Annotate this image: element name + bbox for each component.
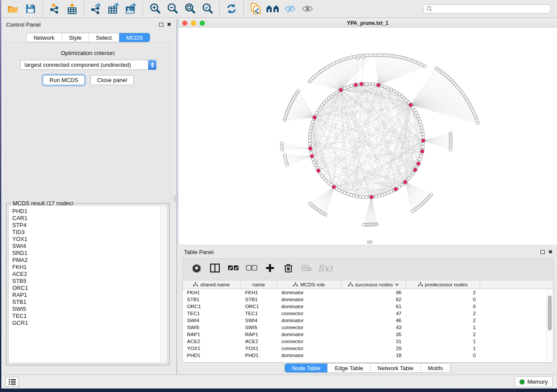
ring-node[interactable] bbox=[365, 196, 368, 199]
ring-node[interactable] bbox=[309, 130, 312, 133]
delete-column-button[interactable] bbox=[282, 261, 294, 275]
mcds-hub-node[interactable] bbox=[339, 88, 343, 92]
table-tab-network-table[interactable]: Network Table bbox=[370, 364, 421, 372]
function-builder-button[interactable]: f(x) bbox=[319, 261, 331, 275]
ring-node[interactable] bbox=[390, 190, 393, 193]
table-row[interactable]: TEC1TEC1connector472 bbox=[183, 310, 553, 317]
delete-table-button[interactable] bbox=[301, 261, 313, 275]
leaf-node[interactable] bbox=[423, 65, 426, 68]
first-neighbors-button[interactable] bbox=[266, 2, 280, 16]
tab-select[interactable]: Select bbox=[89, 33, 119, 42]
deselect-all-columns-button[interactable] bbox=[246, 261, 258, 275]
leaf-node[interactable] bbox=[449, 148, 452, 151]
table-tab-motifs[interactable]: Motifs bbox=[421, 364, 450, 372]
leaf-node[interactable] bbox=[280, 142, 284, 145]
zoom-out-button[interactable] bbox=[165, 2, 180, 16]
clone-network-button[interactable] bbox=[248, 2, 263, 16]
table-row[interactable]: YOX1YOX1connector291 bbox=[183, 345, 553, 352]
leaf-node[interactable] bbox=[280, 148, 284, 151]
ring-node[interactable] bbox=[374, 195, 377, 198]
leaf-node[interactable] bbox=[362, 56, 365, 59]
mcds-hub-node[interactable] bbox=[360, 82, 363, 86]
tab-style[interactable]: Style bbox=[62, 33, 89, 42]
leaf-node[interactable] bbox=[280, 145, 284, 148]
ring-node[interactable] bbox=[349, 84, 352, 87]
export-image-button[interactable] bbox=[124, 2, 138, 16]
mcds-hub-node[interactable] bbox=[316, 169, 320, 173]
ring-node[interactable] bbox=[308, 136, 311, 139]
zoom-selected-button[interactable] bbox=[200, 2, 215, 16]
ring-node[interactable] bbox=[371, 83, 374, 86]
leaf-node[interactable] bbox=[476, 121, 479, 124]
ring-node[interactable] bbox=[418, 117, 421, 120]
ring-node[interactable] bbox=[419, 158, 422, 161]
leaf-node[interactable] bbox=[308, 202, 311, 205]
zoom-in-button[interactable] bbox=[148, 2, 163, 16]
network-window-titlebar[interactable]: YPA_prune.txt_1 bbox=[178, 19, 557, 28]
refresh-layout-button[interactable] bbox=[224, 2, 239, 16]
minimize-window-icon[interactable] bbox=[191, 21, 196, 26]
ring-node[interactable] bbox=[308, 142, 311, 145]
ring-node[interactable] bbox=[384, 86, 387, 89]
ring-node[interactable] bbox=[387, 192, 390, 195]
ring-node[interactable] bbox=[419, 123, 422, 126]
mcds-hub-node[interactable] bbox=[370, 195, 374, 199]
show-all-button[interactable] bbox=[301, 2, 315, 16]
leaf-node[interactable] bbox=[283, 153, 286, 156]
ring-node[interactable] bbox=[368, 83, 371, 86]
ring-node[interactable] bbox=[308, 139, 311, 142]
mcds-hub-node[interactable] bbox=[332, 185, 336, 189]
ring-node[interactable] bbox=[314, 164, 317, 167]
open-file-button[interactable] bbox=[6, 2, 21, 16]
select-all-columns-button[interactable] bbox=[227, 261, 239, 275]
import-network-button[interactable] bbox=[47, 2, 62, 16]
mcds-hub-node[interactable] bbox=[313, 116, 317, 120]
mcds-hub-node[interactable] bbox=[377, 83, 381, 87]
mcds-hub-node[interactable] bbox=[416, 162, 420, 166]
fit-content-button[interactable] bbox=[183, 2, 197, 16]
table-tab-node-table[interactable]: Node Table bbox=[285, 364, 328, 372]
ring-node[interactable] bbox=[381, 193, 384, 196]
ring-node[interactable] bbox=[422, 145, 425, 148]
tab-network[interactable]: Network bbox=[27, 33, 62, 42]
ring-node[interactable] bbox=[352, 194, 355, 197]
table-row[interactable]: SWI5SWI5connector431 bbox=[183, 324, 553, 331]
toggle-column-panel-button[interactable] bbox=[209, 261, 221, 275]
run-mcds-button[interactable]: Run MCDS bbox=[43, 75, 85, 85]
maximize-window-icon[interactable] bbox=[200, 21, 205, 26]
add-column-button[interactable] bbox=[264, 261, 276, 275]
close-panel-button[interactable]: Close panel bbox=[90, 75, 134, 85]
status-menu-button[interactable] bbox=[5, 377, 19, 387]
optimization-criterion-select[interactable]: largest connected component (undirected) bbox=[20, 60, 156, 70]
network-canvas[interactable] bbox=[178, 28, 557, 244]
float-table-panel-icon[interactable] bbox=[540, 250, 545, 254]
table-tab-edge-table[interactable]: Edge Table bbox=[328, 364, 370, 372]
table-scrollbar-thumb[interactable] bbox=[548, 296, 552, 330]
ring-node[interactable] bbox=[377, 194, 381, 197]
export-table-button[interactable] bbox=[106, 2, 121, 16]
column-header-shared-name[interactable]: shared name bbox=[183, 280, 241, 289]
mcds-hub-node[interactable] bbox=[394, 187, 398, 191]
leaf-node[interactable] bbox=[362, 223, 365, 226]
mcds-hub-node[interactable] bbox=[422, 139, 426, 143]
mcds-hub-node[interactable] bbox=[308, 147, 312, 151]
ring-node[interactable] bbox=[356, 195, 359, 198]
ring-node[interactable] bbox=[311, 120, 315, 123]
close-table-panel-icon[interactable]: ✖ bbox=[548, 249, 553, 254]
ring-node[interactable] bbox=[308, 133, 311, 136]
ring-node[interactable] bbox=[381, 84, 384, 87]
splitter-handle[interactable] bbox=[174, 196, 178, 202]
leaf-node[interactable] bbox=[356, 56, 360, 59]
ring-node[interactable] bbox=[312, 161, 315, 164]
ring-node[interactable] bbox=[419, 155, 422, 158]
mcds-hub-node[interactable] bbox=[310, 155, 314, 158]
column-header-successor-nodes[interactable]: successor nodes bbox=[342, 280, 406, 289]
ring-node[interactable] bbox=[419, 120, 422, 123]
table-row[interactable]: ACE2ACE2connector311 bbox=[183, 338, 553, 345]
column-header-MCDS-role[interactable]: MCDS role bbox=[277, 280, 342, 289]
ring-node[interactable] bbox=[387, 86, 390, 89]
ring-node[interactable] bbox=[343, 192, 346, 195]
table-row[interactable]: FKH1FKH1dominator962 bbox=[183, 289, 553, 296]
table-row[interactable]: STB1STB1dominator620 bbox=[183, 296, 553, 303]
ring-node[interactable] bbox=[343, 86, 346, 89]
